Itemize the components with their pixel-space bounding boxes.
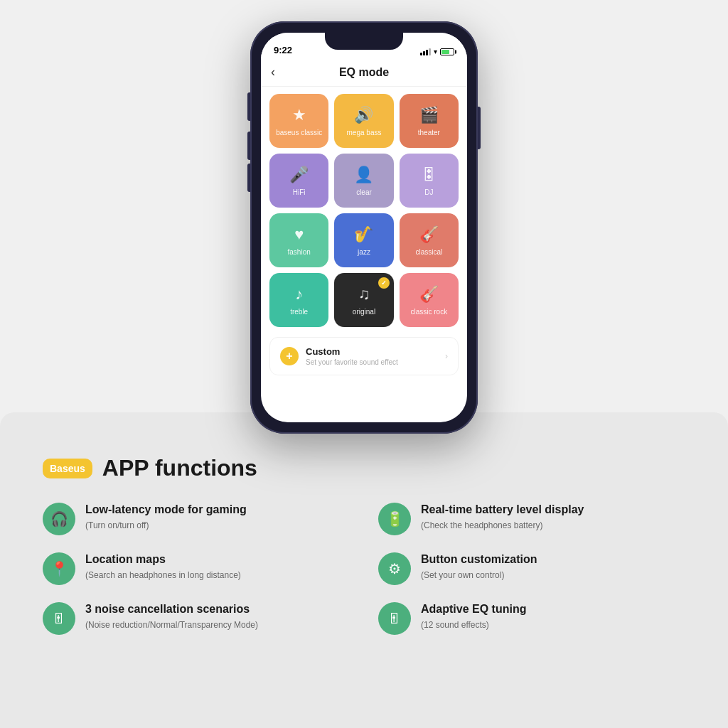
low-latency-subtitle: (Turn on/turn off): [85, 520, 350, 532]
mega-bass-label: mega bass: [347, 129, 382, 136]
low-latency-icon: 🎧: [43, 503, 75, 535]
eq-item-baseus-classic[interactable]: ★ baseus classic: [269, 94, 328, 148]
status-icons: ▾: [420, 48, 454, 55]
noise-cancellation-text: 3 noise cancellation scenarios (Noise re…: [85, 602, 350, 631]
signal-icon: [420, 48, 431, 55]
noise-cancellation-subtitle: (Noise reduction/Normal/Transparency Mod…: [85, 619, 350, 631]
adaptive-eq-title: Adaptive EQ tuning: [421, 602, 685, 617]
custom-section[interactable]: + Custom Set your favorite sound effect …: [269, 337, 459, 375]
battery-display-title: Real-time battery level display: [421, 503, 685, 518]
low-latency-text: Low-latency mode for gaming (Turn on/tur…: [85, 503, 350, 532]
button-customization-icon: ⚙: [378, 552, 411, 585]
button-customization-text: Button customization (Set your own contr…: [421, 552, 685, 582]
eq-item-classic-rock[interactable]: 🎸 classic rock: [400, 273, 459, 327]
classic-rock-label: classic rock: [410, 308, 447, 316]
fashion-icon: ♥: [294, 225, 304, 244]
classic-rock-icon: 🎸: [419, 285, 439, 304]
back-button[interactable]: ‹: [271, 65, 275, 80]
baseus-badge: Baseus: [43, 459, 92, 478]
feature-low-latency: 🎧 Low-latency mode for gaming (Turn on/t…: [43, 503, 350, 535]
eq-item-jazz[interactable]: 🎷 jazz: [334, 213, 393, 267]
dj-label: DJ: [424, 188, 433, 196]
feature-location-maps: 📍 Location maps (Search an headphones in…: [43, 552, 350, 585]
location-maps-title: Location maps: [85, 552, 350, 567]
custom-arrow-icon: ›: [445, 351, 448, 361]
dj-icon: 🎛: [421, 166, 437, 184]
app-functions-header: Baseus APP functions: [43, 455, 685, 481]
location-maps-icon: 📍: [43, 552, 75, 585]
location-maps-text: Location maps (Search an headphones in l…: [85, 552, 350, 582]
baseus-classic-icon: ★: [292, 106, 306, 124]
eq-grid: ★ baseus classic 🔊 mega bass 🎬 theater 🎤…: [261, 87, 467, 334]
custom-plus-icon: +: [280, 347, 299, 365]
custom-text-block: Custom Set your favorite sound effect: [306, 346, 438, 366]
low-latency-title: Low-latency mode for gaming: [85, 503, 350, 518]
battery-display-text: Real-time battery level display (Check t…: [421, 503, 685, 532]
clear-label: clear: [356, 188, 372, 196]
theater-icon: 🎬: [419, 106, 439, 124]
jazz-icon: 🎷: [354, 225, 373, 244]
features-grid: 🎧 Low-latency mode for gaming (Turn on/t…: [43, 503, 685, 635]
classical-icon: 🎸: [419, 225, 439, 244]
custom-title: Custom: [306, 346, 438, 357]
app-functions-title: APP functions: [102, 455, 257, 481]
noise-cancellation-icon: 🎚: [43, 602, 75, 635]
feature-button-customization: ⚙ Button customization (Set your own con…: [378, 552, 685, 585]
adaptive-eq-subtitle: (12 sound effects): [421, 619, 685, 631]
adaptive-eq-text: Adaptive EQ tuning (12 sound effects): [421, 602, 685, 631]
status-time: 9:22: [274, 45, 292, 55]
phone-outer: 9:22 ▾ ‹ EQ mode: [250, 21, 478, 434]
button-customization-title: Button customization: [421, 552, 685, 567]
selected-check-badge: ✓: [378, 277, 390, 289]
button-customization-subtitle: (Set your own control): [421, 569, 685, 582]
location-maps-subtitle: (Search an headphones in long distance): [85, 569, 350, 582]
original-label: original: [353, 308, 375, 316]
clear-icon: 👤: [354, 166, 373, 184]
wifi-icon: ▾: [434, 48, 437, 55]
custom-subtitle: Set your favorite sound effect: [306, 358, 438, 366]
battery-display-icon: 🔋: [378, 503, 411, 535]
feature-battery-display: 🔋 Real-time battery level display (Check…: [378, 503, 685, 535]
treble-label: treble: [290, 308, 308, 316]
eq-item-classical[interactable]: 🎸 classical: [400, 213, 459, 267]
hifi-icon: 🎤: [289, 166, 309, 184]
eq-item-clear[interactable]: 👤 clear: [334, 154, 393, 208]
feature-adaptive-eq: 🎚 Adaptive EQ tuning (12 sound effects): [378, 602, 685, 635]
jazz-label: jazz: [358, 248, 370, 256]
treble-icon: ♪: [295, 285, 303, 304]
eq-item-original[interactable]: ✓ ♫ original: [334, 273, 393, 327]
eq-item-fashion[interactable]: ♥ fashion: [269, 213, 328, 267]
theater-label: theater: [418, 129, 440, 136]
bottom-card: Baseus APP functions 🎧 Low-latency mode …: [0, 412, 728, 728]
header-title: EQ mode: [339, 66, 389, 79]
phone-notch: [325, 33, 403, 50]
adaptive-eq-icon: 🎚: [378, 602, 411, 635]
mega-bass-icon: 🔊: [354, 106, 373, 124]
eq-item-treble[interactable]: ♪ treble: [269, 273, 328, 327]
hifi-label: HiFi: [293, 188, 306, 196]
eq-item-hifi[interactable]: 🎤 HiFi: [269, 154, 328, 208]
classical-label: classical: [415, 248, 442, 256]
app-header: ‹ EQ mode: [261, 58, 467, 87]
eq-item-mega-bass[interactable]: 🔊 mega bass: [334, 94, 393, 148]
original-icon: ♫: [358, 285, 370, 304]
phone-screen: 9:22 ▾ ‹ EQ mode: [261, 33, 467, 422]
fashion-label: fashion: [288, 248, 311, 256]
battery-display-subtitle: (Check the headphones battery): [421, 520, 685, 532]
eq-item-theater[interactable]: 🎬 theater: [400, 94, 459, 148]
eq-item-dj[interactable]: 🎛 DJ: [400, 154, 459, 208]
noise-cancellation-title: 3 noise cancellation scenarios: [85, 602, 350, 617]
battery-icon: [440, 48, 454, 55]
baseus-classic-label: baseus classic: [276, 129, 322, 136]
phone-mockup: 9:22 ▾ ‹ EQ mode: [250, 21, 478, 434]
feature-noise-cancellation: 🎚 3 noise cancellation scenarios (Noise …: [43, 602, 350, 635]
